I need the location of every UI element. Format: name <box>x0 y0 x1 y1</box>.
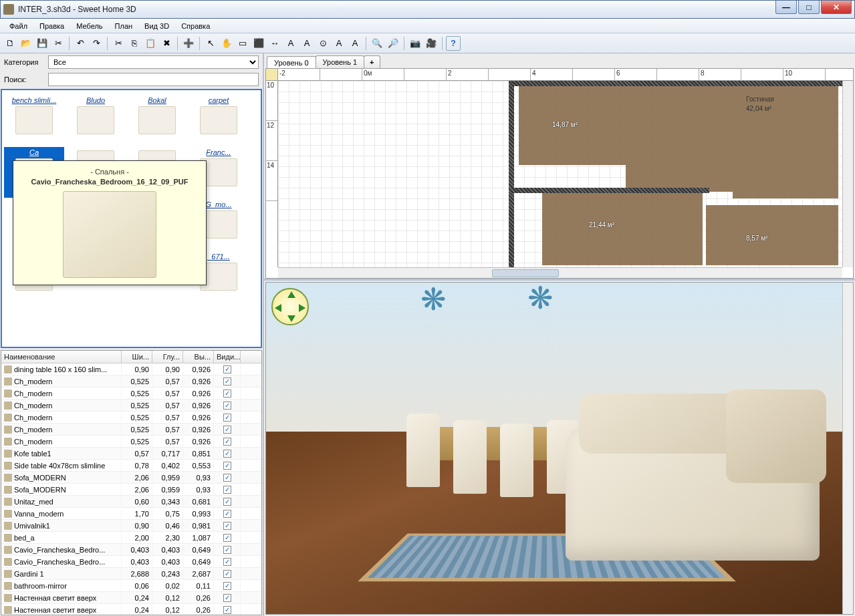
menu-edit[interactable]: Правка <box>34 21 70 31</box>
table-row[interactable]: Ch_modern0,5250,570,926✓ <box>1 436 261 448</box>
visible-checkbox[interactable]: ✓ <box>223 450 231 458</box>
visible-checkbox[interactable]: ✓ <box>223 438 231 446</box>
list-header[interactable]: Наименование Ши... Глу... Вы... Види... <box>1 351 261 363</box>
visible-checkbox[interactable]: ✓ <box>223 426 231 434</box>
visible-checkbox[interactable]: ✓ <box>223 546 231 554</box>
visible-checkbox[interactable]: ✓ <box>223 534 231 542</box>
visible-checkbox[interactable]: ✓ <box>223 390 231 398</box>
table-row[interactable]: Ch_modern0,5250,570,926✓ <box>1 375 261 388</box>
table-row[interactable]: bathroom-mirror0,060,020,11✓ <box>1 580 261 592</box>
table-row[interactable]: Cavio_Francheska_Bedro...0,4030,4030,649… <box>1 544 261 556</box>
visible-checkbox[interactable]: ✓ <box>223 558 231 566</box>
dimension-icon[interactable]: ↔ <box>267 36 282 51</box>
cut-icon[interactable]: ✂ <box>111 36 126 51</box>
table-row[interactable]: Ch_modern0,5250,570,926✓ <box>1 388 261 400</box>
catalog-item[interactable]: Bludo <box>66 95 126 146</box>
visible-checkbox[interactable]: ✓ <box>223 377 231 386</box>
search-input[interactable] <box>48 73 259 86</box>
col-depth[interactable]: Глу... <box>152 351 183 363</box>
copy-icon[interactable]: ⎘ <box>127 36 142 51</box>
visible-checkbox[interactable]: ✓ <box>223 522 231 530</box>
label-icon[interactable]: A <box>299 36 314 51</box>
pan-icon[interactable]: ✋ <box>219 36 234 51</box>
undo-icon[interactable]: ↶ <box>73 36 88 51</box>
redo-icon[interactable]: ↷ <box>89 36 104 51</box>
col-name[interactable]: Наименование <box>1 351 122 363</box>
table-row[interactable]: Ch_modern0,5250,570,926✓ <box>1 424 261 436</box>
wall-icon[interactable]: ▭ <box>235 36 250 51</box>
prefs-icon[interactable]: ✂ <box>51 36 66 51</box>
visible-checkbox[interactable]: ✓ <box>223 570 231 578</box>
open-icon[interactable]: 📂 <box>19 36 33 51</box>
delete-icon[interactable]: ✖ <box>159 36 174 51</box>
visible-checkbox[interactable]: ✓ <box>223 402 231 410</box>
menu-plan[interactable]: План <box>110 21 138 31</box>
nav-up-icon[interactable] <box>287 291 295 298</box>
visible-checkbox[interactable]: ✓ <box>223 510 231 518</box>
text-icon[interactable]: A <box>283 36 298 51</box>
table-row[interactable]: Настенная светит вверх0,240,120,26✓ <box>1 604 261 615</box>
visible-checkbox[interactable]: ✓ <box>223 582 231 590</box>
furniture-catalog[interactable]: bench slimli...BludoBokalcarpetCaFranc..… <box>1 89 262 348</box>
table-row[interactable]: Настенная светит вверх0,240,120,26✓ <box>1 592 261 604</box>
table-row[interactable]: Sofa_MODERN2,060,9590,93✓ <box>1 484 261 496</box>
catalog-item[interactable]: bench slimli... <box>4 95 64 146</box>
table-row[interactable]: Side table 40x78cm slimline0,780,4020,55… <box>1 460 261 472</box>
visible-checkbox[interactable]: ✓ <box>223 474 231 482</box>
save-icon[interactable]: 💾 <box>35 36 49 51</box>
table-row[interactable]: Vanna_modern1,700,750,993✓ <box>1 508 261 520</box>
table-row[interactable]: Kofe table10,570,7170,851✓ <box>1 448 261 460</box>
table-row[interactable]: Umivalnik10,900,460,981✓ <box>1 520 261 532</box>
nav-right-icon[interactable] <box>299 304 306 312</box>
table-row[interactable]: dining table 160 x 160 slim...0,900,900,… <box>1 363 261 375</box>
close-button[interactable]: ✕ <box>821 1 852 14</box>
room-icon[interactable]: ⬛ <box>251 36 266 51</box>
catalog-item[interactable]: Bokal <box>127 95 187 146</box>
import-icon[interactable]: A <box>348 36 362 51</box>
menu-3d[interactable]: Вид 3D <box>139 21 174 31</box>
paste-icon[interactable]: 📋 <box>143 36 158 51</box>
visible-checkbox[interactable]: ✓ <box>223 462 231 470</box>
col-visible[interactable]: Види... <box>214 351 241 363</box>
add-furniture-icon[interactable]: ➕ <box>181 36 196 51</box>
compass-icon[interactable]: ⊙ <box>316 36 330 51</box>
furniture-list[interactable]: Наименование Ши... Глу... Вы... Види... … <box>1 350 262 615</box>
table-row[interactable]: Cavio_Francheska_Bedro...0,4030,4030,649… <box>1 556 261 568</box>
view3d-scrollbar-v[interactable] <box>842 283 853 614</box>
visible-checkbox[interactable]: ✓ <box>223 606 231 614</box>
view-3d[interactable]: ❋ ❋ <box>265 282 854 615</box>
plan-scrollbar-v[interactable] <box>842 81 853 267</box>
nav-compass[interactable] <box>271 288 309 325</box>
visible-checkbox[interactable]: ✓ <box>223 498 231 506</box>
plan-canvas[interactable]: -20м246810121416 101214 14,87 м² 21,44 м… <box>265 68 854 279</box>
tab-level0[interactable]: Уровень 0 <box>267 56 316 69</box>
col-width[interactable]: Ши... <box>122 351 152 363</box>
photo-icon[interactable]: 📷 <box>408 36 422 51</box>
visible-checkbox[interactable]: ✓ <box>223 594 231 602</box>
menu-help[interactable]: Справка <box>176 21 215 31</box>
table-row[interactable]: Unitaz_med0,600,3430,681✓ <box>1 496 261 508</box>
new-icon[interactable]: 🗋 <box>3 36 17 51</box>
category-select[interactable]: Все <box>48 55 259 69</box>
table-row[interactable]: bed_a2,002,301,087✓ <box>1 532 261 544</box>
nav-left-icon[interactable] <box>275 304 281 312</box>
table-row[interactable]: Ch_modern0,5250,570,926✓ <box>1 412 261 424</box>
catalog-item[interactable]: carpet <box>189 95 249 146</box>
table-row[interactable]: Ch_modern0,5250,570,926✓ <box>1 400 261 412</box>
table-row[interactable]: Sofa_MODERN2,060,9590,93✓ <box>1 472 261 484</box>
minimize-button[interactable]: — <box>775 1 797 14</box>
nav-down-icon[interactable] <box>287 315 295 322</box>
select-icon[interactable]: ↖ <box>203 36 218 51</box>
plan-scrollbar-h[interactable] <box>278 267 842 278</box>
menu-file[interactable]: Файл <box>4 21 33 31</box>
visible-checkbox[interactable]: ✓ <box>223 486 231 494</box>
menu-furniture[interactable]: Мебель <box>71 21 108 31</box>
video-icon[interactable]: 🎥 <box>424 36 439 51</box>
zoom-out-icon[interactable]: 🔎 <box>386 36 400 51</box>
help-icon[interactable]: ? <box>446 36 461 51</box>
floorplan[interactable]: 14,87 м² 21,44 м² 8,57 м² Гостиная 42,04… <box>278 81 842 267</box>
table-row[interactable]: Gardini 12,6880,2432,687✓ <box>1 568 261 580</box>
tab-level1[interactable]: Уровень 1 <box>316 55 365 68</box>
tab-add[interactable]: + <box>364 55 380 68</box>
visible-checkbox[interactable]: ✓ <box>223 414 231 422</box>
